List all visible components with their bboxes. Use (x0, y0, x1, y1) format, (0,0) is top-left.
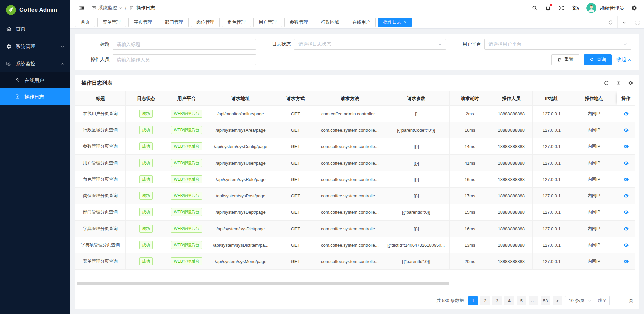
collapse-toggle[interactable]: 收起 (616, 57, 631, 63)
search-icon[interactable] (532, 5, 538, 11)
operator-cell: 18888888888 (490, 106, 533, 122)
tab[interactable]: 岗位管理 (191, 18, 220, 27)
page-size-select[interactable]: 10 条/页 (565, 296, 595, 305)
status-badge: 成功 (139, 225, 153, 233)
view-detail-eye-icon[interactable] (623, 177, 629, 182)
view-detail-eye-icon[interactable] (623, 144, 629, 149)
refresh-icon[interactable] (604, 80, 609, 86)
tab[interactable]: 角色管理 (222, 18, 251, 27)
page-jump-input[interactable] (609, 296, 626, 305)
platform-badge: WEB管理后台 (171, 225, 202, 233)
breadcrumb-parent[interactable]: 系统监控 (91, 5, 122, 11)
tab-label: 菜单管理 (103, 19, 121, 25)
vertical-scrollbar[interactable] (635, 91, 639, 270)
monitor-icon (6, 61, 12, 67)
request-params: [{"parentId":0}] (383, 204, 449, 221)
table-row: 角色管理分页查询成功WEB管理后台/api/system/sysRole/pag… (75, 171, 635, 188)
translate-icon[interactable]: 文A (572, 5, 579, 11)
request-duration: 17ms (449, 188, 490, 204)
column-settings-gear-icon[interactable] (628, 80, 633, 86)
view-detail-eye-icon[interactable] (623, 193, 629, 199)
tab[interactable]: 在线用户 (347, 18, 376, 27)
sidebar-item-system-mgmt[interactable]: 系统管理 (0, 38, 70, 55)
page-button[interactable]: 1 (468, 296, 478, 305)
operator-input[interactable] (117, 57, 252, 62)
view-detail-eye-icon[interactable] (623, 209, 629, 215)
search-icon (590, 57, 594, 62)
view-detail-eye-icon[interactable] (623, 242, 629, 248)
tab[interactable]: 用户管理 (253, 18, 282, 27)
ip-address: 127.0.0.1 (532, 155, 571, 171)
settings-gear-icon[interactable] (631, 5, 637, 11)
page-button[interactable]: 3 (492, 296, 502, 305)
current-user-name[interactable]: 超级管理员 (600, 5, 624, 11)
table-row: 字典管理分页查询成功WEB管理后台/api/system/sysDict/pag… (75, 221, 635, 237)
maximize-icon[interactable] (631, 16, 644, 28)
log-status-badge: 成功 (126, 204, 166, 221)
status-badge: 成功 (139, 110, 153, 118)
tab[interactable]: 字典管理 (128, 18, 157, 27)
chevron-down-icon[interactable] (617, 16, 631, 28)
log-status-select[interactable]: 请选择日志状态 (294, 39, 446, 50)
user-platform-select[interactable]: 请选择用户平台 (484, 39, 631, 50)
request-method-type: GET (274, 122, 317, 138)
search-button[interactable]: 查询 (584, 54, 612, 65)
page-jump: 跳至 页 (598, 296, 633, 305)
operator-cell: 18888888888 (490, 188, 533, 204)
tab[interactable]: 菜单管理 (97, 18, 126, 27)
card-tools (604, 80, 633, 86)
filter-operator: 操作人员 (83, 54, 256, 65)
request-params: [{}] (383, 188, 449, 204)
refresh-icon[interactable] (604, 16, 617, 28)
page-button[interactable]: 4 (504, 296, 514, 305)
table-row: 岗位管理分页查询成功WEB管理后台/api/system/sysPost/pag… (75, 188, 635, 204)
title-input[interactable] (117, 42, 252, 47)
sidebar-item-operation-log[interactable]: 操作日志 (0, 88, 70, 105)
notification-bell-icon[interactable] (545, 5, 551, 11)
tab[interactable]: 行政区域 (316, 18, 344, 27)
tab-close-icon[interactable]: × (404, 20, 406, 24)
horizontal-scrollbar-thumb[interactable] (77, 282, 449, 285)
view-detail-eye-icon[interactable] (623, 111, 629, 117)
view-detail-eye-icon[interactable] (623, 259, 629, 264)
status-badge: 成功 (139, 241, 153, 249)
column-header: 请求方式 (274, 91, 317, 106)
sidebar-item-home[interactable]: 首页 (0, 20, 70, 38)
monitor-icon (91, 6, 96, 11)
tab-list: 首页菜单管理字典管理部门管理岗位管理角色管理用户管理参数管理行政区域在线用户操作… (75, 18, 604, 27)
view-detail-eye-icon[interactable] (623, 226, 629, 232)
avatar[interactable] (586, 3, 596, 13)
reset-button[interactable]: 重置 (551, 54, 579, 65)
view-detail-eye-icon[interactable] (623, 160, 629, 166)
request-handler: com.coffee.system.controlle... (317, 204, 383, 221)
user-icon (15, 78, 20, 83)
tab-label: 岗位管理 (196, 19, 214, 25)
sidebar-item-system-monitor[interactable]: 系统监控 (0, 55, 70, 72)
request-method-type: GET (274, 221, 317, 237)
page-unit-label: 页 (629, 298, 633, 304)
page-button[interactable]: 53 (541, 296, 550, 305)
filter-log-status-label: 日志状态 (265, 41, 294, 47)
log-status-badge: 成功 (126, 171, 166, 188)
chevron-down-icon (119, 6, 122, 10)
tab[interactable]: 操作日志× (378, 18, 412, 27)
operation-location: 内网IP (571, 106, 617, 122)
pagination: 共 530 条数据 12345···53 > 10 条/页 跳至 页 (436, 296, 633, 305)
tab[interactable]: 部门管理 (160, 18, 189, 27)
page-button[interactable]: 5 (517, 296, 526, 305)
tab[interactable]: 首页 (75, 18, 95, 27)
page-button[interactable]: 2 (480, 296, 490, 305)
menu-fold-icon[interactable] (77, 3, 87, 13)
platform-badge: WEB管理后台 (171, 175, 202, 183)
log-status-badge: 成功 (126, 138, 166, 155)
ip-address: 127.0.0.1 (532, 171, 571, 188)
tab[interactable]: 参数管理 (284, 18, 313, 27)
request-handler: com.coffee.system.controlle... (317, 122, 383, 138)
row-height-icon[interactable] (616, 80, 621, 86)
view-detail-eye-icon[interactable] (623, 127, 629, 133)
fullscreen-icon[interactable] (558, 5, 565, 11)
column-header: 操作人员 (490, 91, 533, 106)
next-page-button[interactable]: > (553, 296, 562, 305)
sidebar-item-online-users[interactable]: 在线用户 (0, 72, 70, 88)
tab-label: 行政区域 (321, 19, 339, 25)
